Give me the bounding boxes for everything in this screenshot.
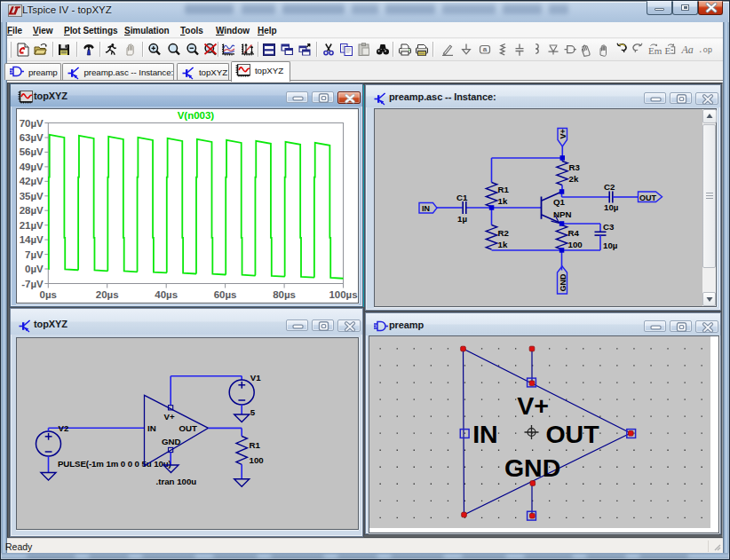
svg-text:GND: GND — [162, 437, 181, 446]
svg-text:V(n003): V(n003) — [177, 110, 214, 121]
svg-text:R2: R2 — [497, 228, 508, 238]
svg-text:35µV: 35µV — [19, 190, 43, 201]
svg-text:C3: C3 — [603, 221, 615, 231]
svg-text:1µ: 1µ — [457, 214, 467, 224]
svg-text:1k: 1k — [497, 240, 507, 249]
svg-text:Aa: Aa — [681, 43, 694, 56]
svg-text:V1: V1 — [250, 372, 260, 382]
svg-text:42µV: 42µV — [19, 176, 43, 186]
svg-text:28µV: 28µV — [19, 205, 43, 216]
svg-text:1k: 1k — [497, 195, 507, 205]
svg-text:IN: IN — [472, 420, 498, 448]
svg-text:OUT: OUT — [545, 420, 599, 448]
svg-text:5: 5 — [250, 406, 255, 416]
svg-text:0µV: 0µV — [25, 264, 44, 274]
svg-text:56µV: 56µV — [19, 146, 43, 157]
svg-text:IN: IN — [422, 203, 430, 212]
svg-text:OUT: OUT — [639, 193, 657, 201]
svg-text:R1: R1 — [497, 184, 509, 193]
svg-text:V2: V2 — [58, 422, 68, 432]
svg-text:40µs: 40µs — [155, 288, 178, 299]
svg-text:100: 100 — [249, 454, 263, 464]
svg-text:80µs: 80µs — [273, 288, 296, 299]
svg-text:IN: IN — [147, 422, 156, 432]
svg-text:49µV: 49µV — [19, 161, 43, 171]
svg-text:GND: GND — [559, 273, 567, 292]
svg-text:NPN: NPN — [553, 209, 571, 218]
svg-text:C1: C1 — [456, 193, 468, 202]
svg-text:R4: R4 — [567, 228, 579, 238]
svg-text:V+: V+ — [517, 391, 549, 420]
svg-text:100µs: 100µs — [329, 288, 357, 299]
svg-text:Em: Em — [648, 45, 663, 56]
svg-text:C2: C2 — [604, 181, 615, 191]
svg-text:10µ: 10µ — [603, 240, 617, 249]
svg-text:21µV: 21µV — [19, 219, 43, 230]
svg-text:70µV: 70µV — [19, 117, 43, 128]
svg-text:7µV: 7µV — [25, 248, 44, 259]
svg-text:2k: 2k — [568, 173, 578, 183]
svg-text:0µs: 0µs — [39, 288, 56, 299]
svg-text:.tran 100u: .tran 100u — [155, 476, 196, 485]
svg-text:60µs: 60µs — [213, 288, 236, 299]
svg-text:10µ: 10µ — [604, 202, 618, 212]
svg-text:-7µV: -7µV — [21, 278, 44, 288]
svg-text:V+: V+ — [559, 129, 567, 138]
svg-text:Q1: Q1 — [553, 197, 566, 207]
svg-text:V+: V+ — [163, 411, 174, 421]
svg-text:14µV: 14µV — [19, 234, 43, 245]
svg-text:20µs: 20µs — [95, 288, 118, 299]
svg-text:R3: R3 — [568, 162, 580, 171]
svg-text:GND: GND — [504, 454, 560, 482]
svg-text:.op: .op — [698, 46, 712, 55]
svg-text:R1: R1 — [249, 439, 260, 449]
svg-text:63µV: 63µV — [19, 131, 43, 142]
svg-text:100: 100 — [567, 240, 582, 249]
svg-text:a: a — [483, 45, 488, 53]
svg-text:OUT: OUT — [179, 422, 197, 432]
svg-text:E: E — [665, 45, 671, 56]
